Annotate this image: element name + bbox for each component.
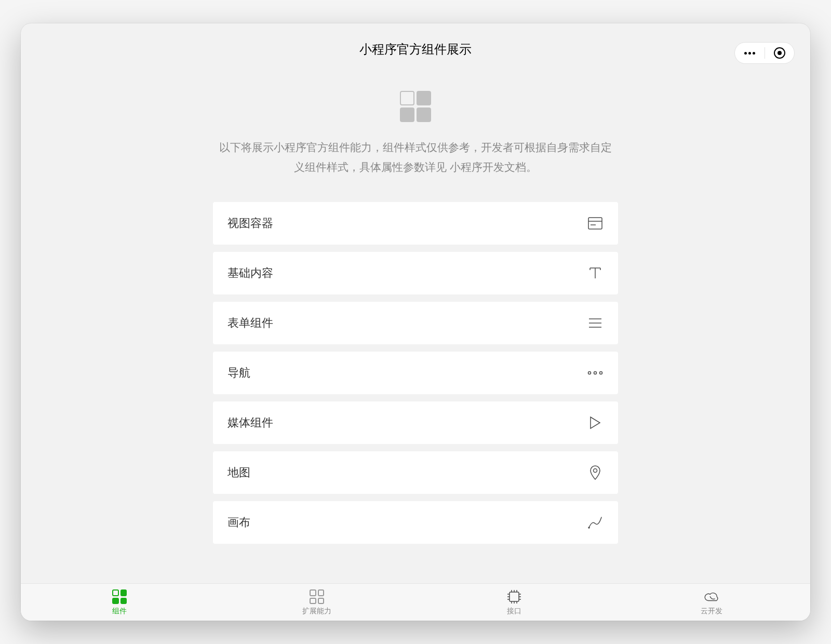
text-icon (587, 265, 604, 281)
tab-label: 接口 (507, 607, 521, 616)
tabbar: 组件 扩展能力 接口 云开发 (21, 583, 810, 621)
svg-point-10 (588, 527, 589, 528)
container-icon (587, 215, 604, 232)
logo-icon (400, 91, 431, 122)
content: 以下将展示小程序官方组件能力，组件样式仅供参考，开发者可根据自身需求自定义组件样… (21, 60, 810, 583)
tab-components[interactable]: 组件 (21, 584, 218, 621)
tab-api[interactable]: 接口 (416, 584, 613, 621)
component-list: 视图容器 基础内容 表单组件 导航 (213, 202, 618, 544)
list-item-label: 画布 (227, 515, 250, 530)
tab-extension[interactable]: 扩展能力 (218, 584, 416, 621)
form-icon (587, 315, 604, 331)
list-item-navigation[interactable]: 导航 (213, 352, 618, 394)
tab-label: 扩展能力 (302, 607, 331, 616)
more-button[interactable] (735, 52, 765, 55)
canvas-icon (587, 514, 604, 531)
components-tab-icon (111, 588, 128, 605)
list-item-map[interactable]: 地图 (213, 451, 618, 494)
target-icon (774, 47, 785, 59)
list-item-label: 视图容器 (227, 216, 273, 231)
app-window: 小程序官方组件展示 以下将展示小程序官方组件能力，组件样式仅供参考，开发者可根据… (21, 23, 810, 621)
more-icon (744, 52, 755, 55)
list-item-label: 基础内容 (227, 265, 273, 281)
list-item-basic-content[interactable]: 基础内容 (213, 252, 618, 294)
list-item-form[interactable]: 表单组件 (213, 302, 618, 344)
header: 小程序官方组件展示 (21, 23, 810, 60)
media-icon (587, 414, 604, 431)
cloud-tab-icon (703, 588, 720, 605)
api-tab-icon (506, 588, 522, 605)
list-item-view-container[interactable]: 视图容器 (213, 202, 618, 245)
intro-text: 以下将展示小程序官方组件能力，组件样式仅供参考，开发者可根据自身需求自定义组件样… (218, 138, 613, 177)
svg-point-6 (588, 371, 591, 374)
tab-label: 组件 (112, 607, 127, 616)
tab-cloud[interactable]: 云开发 (613, 584, 810, 621)
list-item-canvas[interactable]: 画布 (213, 501, 618, 544)
svg-point-9 (594, 468, 597, 472)
list-item-label: 媒体组件 (227, 415, 273, 431)
page-title: 小程序官方组件展示 (359, 41, 472, 58)
list-item-label: 表单组件 (227, 315, 273, 331)
close-button[interactable] (765, 47, 795, 59)
map-icon (587, 464, 604, 481)
extension-tab-icon (309, 588, 325, 605)
svg-rect-11 (510, 592, 519, 601)
svg-point-7 (594, 371, 597, 374)
tab-label: 云开发 (701, 607, 722, 616)
capsule-bar (734, 42, 795, 64)
list-item-media[interactable]: 媒体组件 (213, 401, 618, 444)
nav-icon (587, 365, 604, 381)
list-item-label: 地图 (227, 465, 250, 480)
list-item-label: 导航 (227, 365, 250, 381)
svg-rect-0 (588, 218, 602, 229)
svg-point-8 (600, 371, 602, 374)
